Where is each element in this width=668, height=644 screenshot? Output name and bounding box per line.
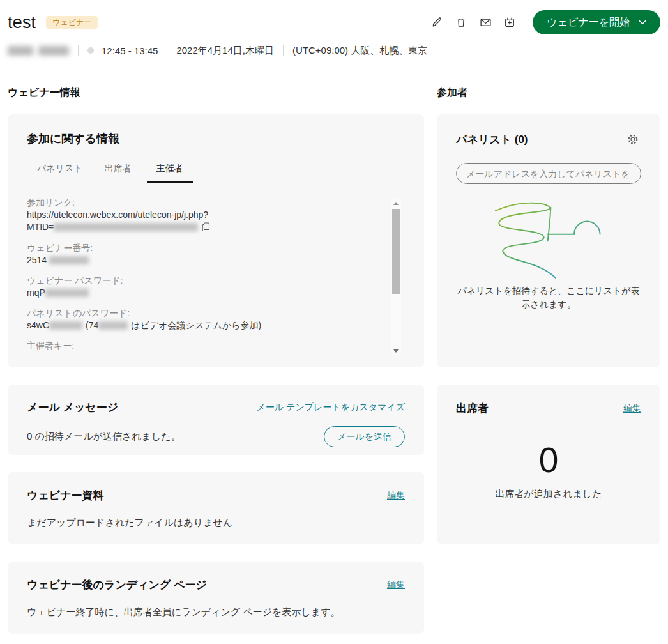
email-invite-button[interactable]: [475, 12, 496, 33]
join-info-tabs: パネリスト 出席者 主催者: [27, 163, 405, 183]
panelist-password-field: パネリストのパスワード: s4wC(74はビデオ会議システムから参加): [27, 307, 379, 332]
attendees-edit-link[interactable]: 編集: [623, 403, 641, 415]
redacted-text: [49, 321, 82, 330]
header-actions: ウェビナーを開始: [427, 10, 660, 34]
email-message-card: メール メッセージ メール テンプレートをカスタマイズ 0 の招待メールが送信さ…: [8, 385, 424, 455]
attendees-title: 出席者: [456, 401, 489, 416]
panelist-password-prefix: s4wC: [27, 320, 49, 330]
webinar-type-badge: ウェビナー: [46, 16, 98, 29]
attendee-status-text: 出席者が追加されました: [495, 488, 602, 500]
webinar-number-prefix: 2514: [27, 255, 47, 265]
email-status-text: 0 の招待メールが送信されました。: [27, 431, 181, 443]
header: test ウェビナー: [8, 9, 660, 36]
join-link-url-text: https://utelecon.webex.com/utelecon-jp/j…: [27, 210, 208, 220]
triangle-up-icon[interactable]: [393, 202, 399, 205]
host-key-field: 主催者キー:: [27, 340, 379, 352]
landing-title: ウェビナー後のランディング ページ: [27, 578, 207, 592]
participants-column: 参加者 パネリスト (0): [437, 86, 660, 644]
panelist-password-label: パネリストのパスワード:: [27, 307, 379, 319]
redacted-text: [38, 46, 69, 56]
redacted-text: [49, 256, 89, 264]
webinar-info-column: ウェビナー情報 参加に関する情報 パネリスト 出席者 主催者 参加リンク: ht…: [8, 86, 424, 644]
materials-title: ウェビナー資料: [27, 488, 104, 503]
host-name-redacted: [8, 46, 69, 56]
envelope-icon: [480, 17, 492, 28]
tab-attendee[interactable]: 出席者: [98, 163, 138, 183]
panelist-settings-button[interactable]: [625, 131, 641, 148]
gear-icon: [627, 134, 639, 145]
divider: [283, 45, 284, 56]
tab-panelist[interactable]: パネリスト: [31, 163, 89, 183]
send-email-button[interactable]: メールを送信: [324, 426, 405, 447]
join-link-label: 参加リンク:: [27, 197, 379, 209]
attendee-count: 0: [539, 443, 559, 478]
redacted-text: [8, 46, 33, 56]
time-range: 12:45 - 13:45: [87, 45, 158, 56]
materials-empty-text: まだアップロードされたファイルはありません: [27, 517, 405, 529]
add-to-calendar-button[interactable]: [499, 12, 520, 33]
empty-panelists-illustration: [477, 194, 621, 280]
title-wrap: test ウェビナー: [8, 13, 98, 33]
join-link-url: https://utelecon.webex.com/utelecon-jp/j…: [27, 209, 379, 234]
copy-icon: [202, 222, 210, 232]
webinar-detail-page: test ウェビナー: [0, 0, 668, 644]
join-info-scroll-area: 参加リンク: https://utelecon.webex.com/utelec…: [27, 197, 405, 358]
webinar-password-label: ウェビナー パスワード:: [27, 275, 379, 287]
chevron-down-icon: [639, 20, 646, 25]
status-dot-icon: [87, 47, 94, 54]
webinar-number-field: ウェビナー番号: 2514: [27, 242, 379, 266]
join-link-field: 参加リンク: https://utelecon.webex.com/utelec…: [27, 197, 379, 234]
trash-icon: [455, 17, 467, 28]
tab-host[interactable]: 主催者: [147, 163, 193, 183]
timezone-text: (UTC+09:00) 大阪、札幌、東京: [292, 45, 427, 57]
scrollbar[interactable]: [391, 198, 401, 356]
edit-button[interactable]: [427, 12, 447, 33]
webinar-number-label: ウェビナー番号:: [27, 242, 379, 254]
mtid-prefix: MTID=: [27, 222, 54, 232]
attendees-card: 出席者 編集 0 出席者が追加されました: [437, 385, 660, 544]
webinar-info-heading: ウェビナー情報: [8, 86, 424, 100]
redacted-text: [54, 223, 198, 231]
start-webinar-button[interactable]: ウェビナーを開始: [533, 10, 660, 34]
webinar-password-field: ウェビナー パスワード: mqP: [27, 275, 379, 299]
page-title: test: [8, 13, 36, 33]
landing-page-card: ウェビナー後のランディング ページ 編集 ウェビナー終了時に、出席者全員にランデ…: [8, 562, 424, 634]
webinar-meta: 12:45 - 13:45 2022年4月14日,木曜日 (UTC+09:00)…: [8, 43, 660, 57]
landing-description: ウェビナー終了時に、出席者全員にランディング ページを表示します。: [27, 606, 405, 618]
copy-link-button[interactable]: [202, 222, 210, 234]
triangle-down-icon[interactable]: [393, 349, 399, 353]
panelist-password-paren: (74: [86, 320, 98, 330]
webinar-password-prefix: mqP: [27, 288, 45, 298]
pencil-icon: [431, 17, 443, 28]
join-info-title: 参加に関する情報: [27, 131, 405, 146]
redacted-text: [45, 289, 89, 297]
date-text: 2022年4月14日,木曜日: [176, 45, 274, 57]
start-webinar-label: ウェビナーを開始: [547, 16, 630, 29]
materials-edit-link[interactable]: 編集: [387, 490, 405, 502]
divider: [167, 45, 167, 56]
panelists-title: パネリスト (0): [456, 132, 528, 147]
panelist-password-suffix: はビデオ会議システムから参加): [131, 320, 261, 330]
email-card-title: メール メッセージ: [27, 400, 118, 415]
delete-button[interactable]: [451, 12, 471, 33]
materials-card: ウェビナー資料 編集 まだアップロードされたファイルはありません: [8, 472, 424, 544]
redacted-text: [98, 321, 128, 330]
scrollbar-thumb[interactable]: [392, 209, 400, 294]
host-key-label: 主催者キー:: [27, 340, 379, 352]
panelists-empty-hint: パネリストを招待すると、ここにリストが表示されます。: [456, 284, 641, 311]
landing-edit-link[interactable]: 編集: [387, 579, 405, 591]
participants-heading: 参加者: [437, 86, 660, 100]
panelists-card: パネリスト (0): [437, 114, 660, 367]
add-panelist-input[interactable]: [456, 163, 641, 184]
customize-template-link[interactable]: メール テンプレートをカスタマイズ: [257, 402, 405, 413]
join-info-card: 参加に関する情報 パネリスト 出席者 主催者 参加リンク: https://ut…: [8, 114, 424, 367]
divider: [78, 45, 79, 56]
calendar-plus-icon: [504, 17, 515, 28]
time-text: 12:45 - 13:45: [102, 45, 158, 56]
